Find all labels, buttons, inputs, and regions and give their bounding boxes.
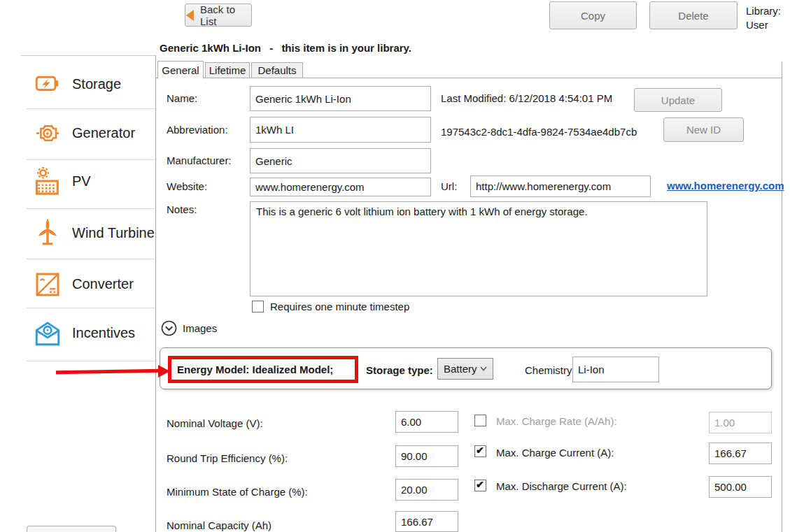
sidebar-item-label: Converter <box>72 276 134 292</box>
tab-defaults[interactable]: Defaults <box>251 62 303 78</box>
max-charge-rate-checkbox[interactable] <box>474 415 486 426</box>
sidebar-item-generator[interactable]: Generator <box>32 117 155 148</box>
chevron-down-circle-icon <box>161 320 177 336</box>
battery-icon <box>32 69 63 99</box>
max-discharge-current-checkbox[interactable] <box>474 480 486 491</box>
images-label: Images <box>183 322 217 334</box>
back-arrow-icon <box>185 9 195 22</box>
new-id-button[interactable]: New ID <box>663 117 744 142</box>
website-input[interactable] <box>250 178 431 196</box>
title-separator: - <box>264 42 278 54</box>
nominal-capacity-input[interactable] <box>395 511 458 532</box>
max-charge-current-checkbox[interactable] <box>474 445 486 457</box>
sidebar-item-label: Incentives <box>72 325 135 341</box>
library-note: this item is in your library. <box>281 42 411 54</box>
sidebar-item-label: Wind Turbine <box>72 225 155 241</box>
min-state-of-charge-label: Minimum State of Charge (%): <box>167 486 308 498</box>
round-trip-efficiency-label: Round Trip Efficiency (%): <box>167 452 288 464</box>
item-name: Generic 1kWh Li-Ion <box>160 42 261 54</box>
nominal-capacity-label: Nominal Capacity (Ah) <box>167 519 271 531</box>
tab-strip-baseline <box>155 78 782 78</box>
delete-button[interactable]: Delete <box>649 1 738 29</box>
tab-label: Defaults <box>258 64 296 76</box>
storage-type-label: Storage type: <box>366 364 433 376</box>
max-charge-current-label: Max. Charge Current (A): <box>496 447 614 459</box>
engine-icon <box>32 117 63 148</box>
abbreviation-label: Abbreviation: <box>167 124 228 136</box>
item-id-text: 197543c2-8dc1-4dfa-9824-7534ae4db7cb <box>441 126 637 138</box>
sidebar-item-label: Storage <box>72 76 121 92</box>
notes-label: Notes: <box>167 203 197 215</box>
content-right-border <box>782 62 782 532</box>
annotation-arrow-shaft <box>56 369 161 375</box>
storage-type-value: Battery <box>444 363 477 375</box>
sidebar-divider <box>27 159 155 160</box>
converter-icon <box>32 269 63 300</box>
max-charge-rate-input[interactable] <box>709 412 772 433</box>
abbreviation-input[interactable] <box>250 117 431 143</box>
back-to-list-button[interactable]: Back to List <box>185 3 252 27</box>
nominal-voltage-input[interactable] <box>395 411 458 433</box>
back-to-list-label: Back to List <box>200 3 251 27</box>
sidebar-content-divider <box>155 55 156 532</box>
solar-panel-icon <box>32 166 63 196</box>
chemistry-label: Chemistry: <box>525 364 575 376</box>
annotation-arrow-head <box>158 365 170 378</box>
storage-type-select[interactable]: Battery <box>437 358 493 380</box>
notes-textarea[interactable]: This is a generic 6 volt lithium ion bat… <box>250 201 707 296</box>
sidebar-item-storage[interactable]: Storage <box>32 69 155 99</box>
tab-label: General <box>162 64 199 76</box>
page-title: Generic 1kWh Li-Ion - this item is in yo… <box>160 42 411 54</box>
library-indicator: Library: User <box>746 4 781 33</box>
name-label: Name: <box>167 92 197 104</box>
homer-library-item-window: Back to List Copy Delete Library: User G… <box>0 0 790 532</box>
money-envelope-icon <box>32 318 63 349</box>
images-expander[interactable]: Images <box>161 320 217 336</box>
update-button[interactable]: Update <box>634 88 722 112</box>
sidebar-item-incentives[interactable]: Incentives <box>32 317 155 350</box>
library-value: User <box>746 18 781 32</box>
manufacturer-input[interactable] <box>250 148 431 173</box>
sidebar-divider <box>27 208 155 209</box>
sidebar-divider <box>27 259 155 259</box>
tab-lifetime[interactable]: Lifetime <box>205 62 250 78</box>
round-trip-efficiency-input[interactable] <box>395 445 458 467</box>
sidebar-item-converter[interactable]: Converter <box>32 268 155 300</box>
tab-label: Lifetime <box>209 64 246 76</box>
new-id-label: New ID <box>686 124 721 136</box>
max-discharge-current-input[interactable] <box>709 476 772 498</box>
sidebar-item-label: PV <box>72 173 91 189</box>
sidebar-divider <box>27 308 155 308</box>
url-label: Url: <box>441 180 457 192</box>
min-state-of-charge-input[interactable] <box>395 479 458 501</box>
max-charge-rate-label: Max. Charge Rate (A/Ah): <box>496 415 617 427</box>
url-input[interactable] <box>470 175 651 197</box>
website-label: Website: <box>167 180 207 192</box>
last-modified-text: Last Modified: 6/12/2018 4:54:01 PM <box>441 92 612 104</box>
highlight-box: Energy Model: Idealized Model; <box>168 356 358 383</box>
website-hyperlink[interactable]: www.homerenergy.com <box>667 180 784 192</box>
delete-label: Delete <box>678 10 708 22</box>
requires-timestep-checkbox[interactable] <box>252 301 264 312</box>
sidebar-divider <box>27 108 155 109</box>
update-label: Update <box>661 94 695 106</box>
chemistry-input[interactable] <box>572 357 659 382</box>
name-input[interactable] <box>250 86 431 111</box>
manufacturer-label: Manufacturer: <box>167 154 232 166</box>
sidebar-item-wind-turbine[interactable]: Wind Turbine <box>32 217 155 249</box>
chevron-down-icon <box>480 366 487 371</box>
sidebar-item-pv[interactable]: PV <box>32 164 155 199</box>
sidebar-divider <box>27 361 155 361</box>
library-label: Library: <box>746 4 781 18</box>
copy-label: Copy <box>581 10 605 22</box>
max-discharge-current-label: Max. Discharge Current (A): <box>496 480 627 492</box>
max-charge-current-input[interactable] <box>709 443 772 464</box>
sidebar-top-divider <box>21 55 155 56</box>
copy-button[interactable]: Copy <box>549 1 637 29</box>
nominal-voltage-label: Nominal Voltage (V): <box>167 417 263 429</box>
requires-timestep-label: Requires one minute timestep <box>270 301 409 312</box>
tab-general[interactable]: General <box>157 61 204 79</box>
energy-model-text: Energy Model: Idealized Model; <box>177 364 333 375</box>
clipped-bottom-button[interactable] <box>27 526 116 532</box>
wind-turbine-icon <box>32 217 63 248</box>
